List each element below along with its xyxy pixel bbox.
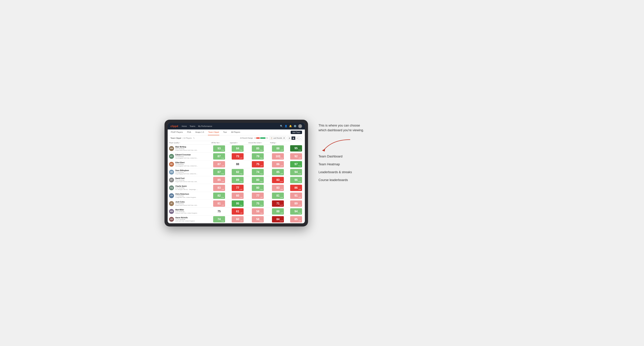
nav-teams[interactable]: Teams	[190, 125, 195, 128]
tablet-screen: clippd Home Teams My Performance 🔍 👤 🔔 ⚙…	[168, 123, 305, 223]
pos-label: +5	[266, 137, 268, 139]
score-cell-1-0: 87 +1▲	[210, 152, 228, 160]
table-row[interactable]: DF David Ford Plus Handicap Royal North …	[168, 176, 305, 184]
score-change: +8▲	[240, 204, 242, 206]
score-value: 71	[276, 202, 280, 205]
col-off-tee[interactable]: Off the Tee ▾	[210, 141, 228, 145]
table-row[interactable]: CR Chris Robertson 1-5 Handicap Craigmil…	[168, 192, 305, 199]
edit-icon[interactable]: ✎	[193, 137, 194, 139]
score-box: 73 -11▼	[232, 153, 244, 160]
score-value: 74	[218, 218, 221, 221]
score-cell-8-1: 61 -3▼	[228, 207, 247, 215]
score-value: 77	[256, 194, 259, 197]
score-value: 87	[218, 163, 221, 166]
score-cell-7-3: 71 -11▼	[268, 199, 287, 207]
subnav-all-players[interactable]: All Players	[231, 130, 240, 135]
score-cell-3-0: 87 +4▲	[210, 168, 228, 176]
heatmap-view-button[interactable]: ▦	[292, 137, 295, 140]
team-count: | 14 Players	[182, 137, 192, 139]
table-row[interactable]: AN Aaron Nicholls 11-15 Handicap Drift G…	[168, 215, 305, 223]
bell-icon[interactable]: 🔔	[289, 125, 292, 127]
score-box: 85 -4▼	[290, 216, 302, 222]
add-team-button[interactable]: Add Team	[291, 131, 302, 134]
score-box: 77 -3▼	[252, 192, 264, 199]
nav-my-performance[interactable]: My Performance	[198, 125, 212, 128]
score-box: 74 +1▲	[252, 169, 264, 175]
nav-home[interactable]: Home	[182, 125, 187, 128]
player-cell-9[interactable]: AN Aaron Nicholls 11-15 Handicap Drift G…	[168, 215, 210, 223]
list-view-button[interactable]: ≡	[296, 137, 299, 140]
score-change: -21▼	[280, 220, 283, 222]
player-cell-1[interactable]: EC Edward Crossman 1-5 Handicap Sunningd…	[168, 152, 210, 160]
score-change: +5▲	[298, 165, 301, 167]
score-change: -3▼	[280, 173, 283, 174]
player-name: Matt Miller	[175, 209, 197, 211]
subnav: PGAT Players PGA Hcaps 1-5 Team Clippd T…	[168, 130, 305, 135]
table-row[interactable]: JC Josh Coles 1-5 Handicap Royal North D…	[168, 199, 305, 207]
table-row[interactable]: BM Blair McHarg Plus Handicap Royal Nort…	[168, 145, 305, 152]
team-header: Team Clippd | 14 Players ✎ 20 Round Chan…	[168, 135, 305, 141]
subnav-pgat[interactable]: PGAT Players	[170, 130, 183, 135]
search-icon[interactable]: 🔍	[280, 125, 283, 127]
col-putting[interactable]: Putting ▾	[268, 141, 287, 145]
score-cell-3-2: 74 +1▲	[247, 168, 269, 176]
player-cell-6[interactable]: CR Chris Robertson 1-5 Handicap Craigmil…	[168, 192, 210, 199]
table-row[interactable]: CQ Charlie Quick 6-10 Handicap St. Georg…	[168, 184, 305, 192]
user-avatar[interactable]: U	[298, 124, 302, 128]
last-rounds-label: Last Rounds:	[273, 137, 282, 139]
table-row[interactable]: EE Elliot Ebert 1-5 Handicap Sunningdale…	[168, 160, 305, 168]
last-rounds-button[interactable]: 📋 Last Rounds: 20	[269, 137, 286, 140]
subnav-hcaps[interactable]: Hcaps 1-5	[195, 130, 204, 135]
player-name: Josh Coles	[175, 201, 198, 203]
score-value: 82	[218, 194, 221, 197]
player-avatar: EC	[169, 154, 174, 159]
brand-logo: clippd	[170, 125, 178, 128]
score-cell-1-1: 73 -11▼	[228, 152, 247, 160]
col-approach[interactable]: Approach ▾	[228, 141, 247, 145]
player-cell-2[interactable]: EE Elliot Ebert 1-5 Handicap Sunningdale…	[168, 160, 210, 168]
player-avatar: JC	[169, 201, 174, 206]
score-box: 86 -8▼	[290, 185, 302, 191]
score-cell-5-1: 77 -14▼	[228, 184, 247, 192]
grid-view-button[interactable]: ⊞	[288, 137, 291, 140]
score-box: 75 -3▼	[252, 161, 264, 168]
player-cell-3[interactable]: DB Dave Billingham 1-5 Handicap Gog Mago…	[168, 168, 210, 176]
subnav-team-clippd[interactable]: Team Clippd	[208, 130, 219, 135]
table-row[interactable]: MM Matt Miller 6-10 Handicap Woburn Golf…	[168, 207, 305, 215]
player-cell-4[interactable]: DF David Ford Plus Handicap Royal North …	[168, 176, 210, 184]
download-button[interactable]: ↓	[299, 137, 302, 140]
player-cell-8[interactable]: MM Matt Miller 6-10 Handicap Woburn Golf…	[168, 207, 210, 215]
score-change: -3▼	[222, 204, 224, 206]
score-value: 95	[236, 202, 239, 205]
player-cell-5[interactable]: CQ Charlie Quick 6-10 Handicap St. Georg…	[168, 184, 210, 192]
col-player[interactable]: Player Quality ▾	[168, 141, 210, 145]
subnav-tour[interactable]: Tour	[223, 130, 227, 135]
score-box: 97 +5▲	[290, 161, 302, 168]
score-value: 75	[256, 163, 259, 166]
score-cell-7-0: 81 -3▼	[210, 199, 228, 207]
score-box: 86 -6▼	[272, 161, 284, 168]
score-change: +2▲	[240, 197, 242, 198]
player-cell-0[interactable]: BM Blair McHarg Plus Handicap Royal Nort…	[168, 145, 210, 152]
score-box: 60 +2▲	[232, 192, 244, 199]
player-handicap: 1-5 Handicap	[175, 195, 196, 197]
settings-icon[interactable]: ⚙️	[294, 125, 296, 127]
score-change: -11▼	[239, 157, 242, 159]
player-cell-7[interactable]: JC Josh Coles 1-5 Handicap Royal North D…	[168, 199, 210, 207]
round-change-bar: -5 +5	[254, 137, 268, 139]
data-table-wrapper: Player Quality ▾ Off the Tee ▾ Approach …	[168, 141, 305, 223]
score-value: 83	[218, 186, 221, 189]
col-around-green[interactable]: Around the Green ▾	[247, 141, 269, 145]
player-name: David Ford	[175, 177, 198, 179]
score-value: 75	[218, 210, 221, 213]
team-name: Team Clippd	[170, 137, 181, 139]
person-icon[interactable]: 👤	[284, 125, 287, 127]
score-value: 87	[218, 171, 221, 174]
player-avatar: MM	[169, 209, 174, 214]
score-change: -3▼	[222, 165, 224, 167]
subnav-pga[interactable]: PGA	[187, 130, 192, 135]
table-row[interactable]: DB Dave Billingham 1-5 Handicap Gog Mago…	[168, 168, 305, 176]
score-value: 77	[236, 186, 239, 189]
table-row[interactable]: EC Edward Crossman 1-5 Handicap Sunningd…	[168, 152, 305, 160]
table-header-row: Player Quality ▾ Off the Tee ▾ Approach …	[168, 141, 305, 145]
